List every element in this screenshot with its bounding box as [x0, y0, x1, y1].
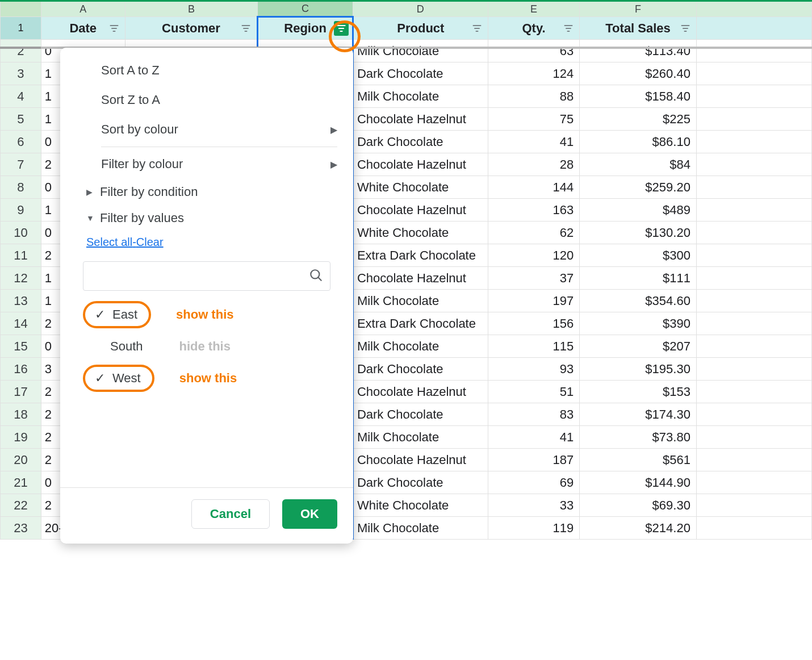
cell-total[interactable]: $111 — [580, 267, 697, 290]
cell-blank[interactable] — [696, 426, 811, 449]
cell-total[interactable]: $260.40 — [580, 62, 697, 85]
cell-product[interactable]: Dark Chocolate — [353, 403, 488, 426]
cell-product[interactable]: Extra Dark Chocolate — [353, 312, 488, 335]
cell-total[interactable]: $69.30 — [580, 494, 697, 517]
cell-product[interactable]: Dark Chocolate — [353, 471, 488, 494]
cell-blank[interactable] — [696, 153, 811, 176]
cell-qty[interactable]: 51 — [488, 381, 579, 403]
cell-blank[interactable] — [696, 108, 811, 131]
cell-blank[interactable] — [696, 381, 811, 403]
row-number[interactable]: 19 — [1, 426, 41, 449]
cell-product[interactable]: White Chocolate — [353, 176, 488, 199]
cell-qty[interactable]: 69 — [488, 471, 579, 494]
cell-blank[interactable] — [696, 290, 811, 312]
col-letter-D[interactable]: D — [353, 1, 488, 17]
cell-qty[interactable]: 41 — [488, 131, 579, 153]
cell-blank[interactable] — [696, 40, 811, 62]
cell-product[interactable]: White Chocolate — [353, 494, 488, 517]
header-customer[interactable]: Customer — [125, 17, 258, 40]
cell-qty[interactable]: 120 — [488, 244, 579, 267]
filter-icon[interactable] — [238, 21, 253, 36]
header-qty[interactable]: Qty. — [488, 17, 579, 40]
cell-total[interactable]: $130.20 — [580, 222, 697, 244]
header-product[interactable]: Product — [353, 17, 488, 40]
row-number[interactable]: 13 — [1, 290, 41, 312]
cell-blank[interactable] — [696, 244, 811, 267]
row-number[interactable]: 2 — [1, 40, 41, 62]
cell-total[interactable]: $195.30 — [580, 358, 697, 381]
row-number[interactable]: 3 — [1, 62, 41, 85]
row-number[interactable]: 1 — [1, 17, 41, 40]
cell-qty[interactable]: 83 — [488, 403, 579, 426]
row-number[interactable]: 4 — [1, 85, 41, 108]
cell-blank[interactable] — [696, 358, 811, 381]
clear-link[interactable]: Clear — [136, 236, 164, 248]
filter-by-condition[interactable]: ▶Filter by condition — [60, 179, 353, 205]
filter-value-item[interactable]: ✓East — [83, 301, 151, 328]
cell-total[interactable]: $153 — [580, 381, 697, 403]
cell-total[interactable]: $73.80 — [580, 426, 697, 449]
filter-value-item[interactable]: South — [83, 335, 154, 358]
cell-blank[interactable] — [696, 176, 811, 199]
sort-za[interactable]: Sort Z to A — [60, 85, 353, 115]
cell-product[interactable]: Chocolate Hazelnut — [353, 199, 488, 222]
row-number[interactable]: 5 — [1, 108, 41, 131]
cell-blank[interactable] — [696, 403, 811, 426]
row-number[interactable]: 22 — [1, 494, 41, 517]
cell-qty[interactable]: 88 — [488, 85, 579, 108]
row-number[interactable]: 6 — [1, 131, 41, 153]
cell-blank[interactable] — [696, 62, 811, 85]
select-all-link[interactable]: Select all — [86, 236, 132, 248]
cell-total[interactable]: $489 — [580, 199, 697, 222]
cell-total[interactable]: $174.30 — [580, 403, 697, 426]
cell-blank[interactable] — [696, 471, 811, 494]
cell-product[interactable]: Milk Chocolate — [353, 290, 488, 312]
cell-product[interactable]: Dark Chocolate — [353, 131, 488, 153]
row-number[interactable]: 11 — [1, 244, 41, 267]
header-date[interactable]: Date — [41, 17, 125, 40]
cell-total[interactable]: $354.60 — [580, 290, 697, 312]
row-number[interactable]: 18 — [1, 403, 41, 426]
cell-blank[interactable] — [696, 312, 811, 335]
cell-total[interactable]: $561 — [580, 449, 697, 471]
cancel-button[interactable]: Cancel — [191, 499, 270, 529]
cell-total[interactable]: $259.20 — [580, 176, 697, 199]
select-all-corner[interactable] — [1, 1, 41, 17]
cell-product[interactable]: Milk Chocolate — [353, 517, 488, 540]
cell-total[interactable]: $300 — [580, 244, 697, 267]
filter-icon[interactable] — [470, 21, 484, 36]
cell-total[interactable]: $207 — [580, 335, 697, 358]
filter-by-colour[interactable]: Filter by colour▶ — [60, 149, 353, 179]
row-number[interactable]: 9 — [1, 199, 41, 222]
row-number[interactable]: 8 — [1, 176, 41, 199]
cell-qty[interactable]: 163 — [488, 199, 579, 222]
col-letter-B[interactable]: B — [125, 1, 258, 17]
cell-total[interactable]: $144.90 — [580, 471, 697, 494]
cell-blank[interactable] — [696, 85, 811, 108]
col-letter-F[interactable]: F — [580, 1, 697, 17]
row-number[interactable]: 10 — [1, 222, 41, 244]
row-number[interactable]: 21 — [1, 471, 41, 494]
cell-qty[interactable]: 156 — [488, 312, 579, 335]
filter-icon-active[interactable] — [334, 21, 349, 36]
cell-total[interactable]: $158.40 — [580, 85, 697, 108]
col-letter-A[interactable]: A — [41, 1, 125, 17]
ok-button[interactable]: OK — [282, 499, 337, 529]
cell-product[interactable]: Chocolate Hazelnut — [353, 267, 488, 290]
filter-icon[interactable] — [678, 21, 693, 36]
filter-search-input[interactable] — [83, 261, 330, 291]
cell-product[interactable]: Dark Chocolate — [353, 358, 488, 381]
row-number[interactable]: 7 — [1, 153, 41, 176]
row-number[interactable]: 14 — [1, 312, 41, 335]
cell-product[interactable]: Dark Chocolate — [353, 62, 488, 85]
cell-blank[interactable] — [696, 267, 811, 290]
cell-product[interactable]: Milk Chocolate — [353, 85, 488, 108]
cell-total[interactable]: $390 — [580, 312, 697, 335]
header-total[interactable]: Total Sales — [580, 17, 697, 40]
cell-total[interactable]: $225 — [580, 108, 697, 131]
cell-qty[interactable]: 115 — [488, 335, 579, 358]
cell-qty[interactable]: 93 — [488, 358, 579, 381]
cell-blank[interactable] — [696, 131, 811, 153]
row-number[interactable]: 12 — [1, 267, 41, 290]
cell-qty[interactable]: 119 — [488, 517, 579, 540]
